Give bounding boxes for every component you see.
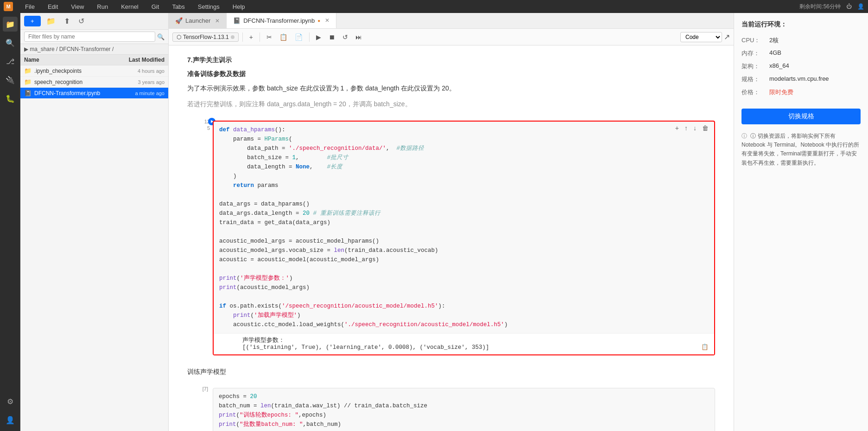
activity-account[interactable]: 👤: [3, 412, 18, 427]
cell-7-code[interactable]: epochs = 20 batch_num = len(train_data.w…: [213, 388, 715, 431]
file-list: 📁 .ipynb_checkpoints 4 hours ago 📁 speec…: [20, 65, 168, 431]
code-cell-12[interactable]: + ↑ ↓ 🗑 def data_hparams(): params = HPa…: [213, 121, 715, 355]
modified-time: 3 years ago: [118, 79, 165, 85]
notebook-icon: 📓: [24, 90, 32, 96]
tab-close-notebook[interactable]: ✕: [325, 17, 329, 24]
folder-icon: 📁: [24, 78, 32, 85]
cpu-label: CPU：: [741, 36, 769, 45]
arch-row: 架构： x86_64: [741, 62, 861, 71]
new-button[interactable]: +: [24, 16, 41, 26]
right-panel: 当前运行环境： CPU： 2核 内存： 4GB 架构： x86_64 规格： m…: [734, 13, 868, 431]
file-item-notebook[interactable]: 📓 DFCNN-Transformer.ipynb a minute ago: [20, 88, 168, 99]
menu-tabs[interactable]: Tabs: [169, 2, 187, 11]
menu-settings[interactable]: Settings: [195, 2, 222, 11]
menu-run[interactable]: Run: [94, 2, 111, 11]
menu-right: 剩余时间:56分钟 ⏻ 👤: [799, 3, 864, 11]
launcher-icon: 🚀: [175, 17, 183, 24]
modified-time: a minute ago: [118, 90, 165, 96]
breadcrumb: ▶ ma_share / DFCNN-Transformer /: [20, 44, 168, 55]
cell-7-gutter: [7]: [187, 382, 213, 392]
tab-close-launcher[interactable]: ✕: [215, 18, 220, 24]
section-subtitle: 准备训练参数及数据: [187, 69, 715, 79]
arch-label: 架构：: [741, 62, 769, 71]
cpu-value: 2核: [769, 36, 779, 45]
sidebar: + 📁 ⬆ ↺ 🔍 ▶ ma_share / DFCNN-Transformer…: [20, 13, 169, 431]
power-icon[interactable]: ⏻: [846, 3, 852, 10]
price-value: 限时免费: [769, 88, 793, 96]
switch-spec-button[interactable]: 切换规格: [741, 109, 861, 124]
copy-output-icon[interactable]: 📋: [701, 343, 709, 351]
activity-files[interactable]: 📁: [3, 17, 18, 32]
search-input[interactable]: [24, 32, 155, 42]
share-btn[interactable]: ↗: [724, 32, 730, 41]
cell-gutter: 12 ▶ 5: [187, 115, 213, 131]
file-name: .ipynb_checkpoints: [34, 68, 118, 74]
activity-search[interactable]: 🔍: [3, 35, 18, 50]
cell-12-code[interactable]: def data_hparams(): params = HParams( da…: [214, 122, 714, 333]
run-cell-btn[interactable]: ▶: [313, 32, 324, 42]
paste-cell-btn[interactable]: 📄: [292, 32, 305, 42]
spec-label: 规格：: [741, 75, 769, 84]
notice-text: ⓘ ⓘ 切换资源后，将影响实例下所有 Notebook 与 Terminal。N…: [741, 132, 861, 167]
menu-file[interactable]: File: [22, 2, 38, 11]
activity-extensions[interactable]: 🔌: [3, 72, 18, 87]
spec-row: 规格： modelarts.vm.cpu.free: [741, 75, 861, 84]
file-name: DFCNN-Transformer.ipynb: [34, 90, 118, 96]
kernel-badge: ⬡ TensorFlow-1.13.1: [172, 32, 239, 42]
move-down-btn[interactable]: ↓: [691, 123, 698, 133]
output-text-label: 声学模型参数：: [242, 336, 709, 344]
kernel-icon: ⬡: [177, 34, 181, 40]
app-logo: M: [4, 2, 13, 11]
delete-cell-btn[interactable]: 🗑: [700, 123, 710, 133]
menu-git[interactable]: Git: [149, 2, 162, 11]
tab-launcher[interactable]: 🚀 Launcher ✕: [169, 13, 227, 29]
search-bar: 🔍: [20, 30, 168, 44]
move-up-btn[interactable]: ↑: [683, 123, 690, 133]
file-item-checkpoints[interactable]: 📁 .ipynb_checkpoints 4 hours ago: [20, 65, 168, 77]
activity-debug[interactable]: 🐛: [3, 91, 18, 106]
price-label: 价格：: [741, 88, 769, 96]
restart-kernel-btn[interactable]: ↺: [340, 32, 351, 42]
notebook-content[interactable]: 7.声学关主训示 准备训练参数及数据 为了本示例演示效果，参数 batch_si…: [169, 45, 734, 431]
notebook-tab-icon: 📓: [233, 17, 241, 24]
copy-cell-btn[interactable]: 📋: [277, 32, 290, 42]
tab-label: Launcher: [185, 17, 210, 24]
toolbar-separator-2: [260, 32, 260, 42]
mem-label: 内存：: [741, 49, 769, 58]
section-desc-1: 为了本示例演示效果，参数 batch_size 在此仅设置为 1，参数 data…: [187, 83, 715, 93]
run-all-btn[interactable]: ⏭: [353, 32, 365, 42]
timer-display: 剩余时间:56分钟: [799, 3, 841, 11]
modified-time: 4 hours ago: [118, 68, 165, 74]
folder-icon-btn[interactable]: 📁: [44, 16, 58, 26]
menu-edit[interactable]: Edit: [45, 2, 61, 11]
refresh-icon-btn[interactable]: ↺: [76, 16, 87, 26]
tab-notebook[interactable]: 📓 DFCNN-Transformer.ipynb ● ✕: [227, 13, 336, 29]
search-icon: 🔍: [157, 33, 165, 40]
cell-12-output: 声学模型参数： [('is_training', True), ('learni…: [214, 333, 714, 354]
price-row: 价格： 限时免费: [741, 88, 861, 96]
file-item-speech[interactable]: 📁 speech_recognition 3 years ago: [20, 77, 168, 88]
user-icon[interactable]: 👤: [857, 3, 864, 10]
activity-settings[interactable]: ⚙: [3, 394, 18, 409]
toolbar-separator-1: [242, 32, 243, 42]
add-above-btn[interactable]: +: [673, 123, 681, 133]
name-column-header: Name: [24, 57, 104, 63]
cell-type-select[interactable]: Code Markdown Raw: [680, 32, 722, 42]
add-cell-btn[interactable]: +: [247, 32, 256, 42]
section-title: 7.声学关主训示: [187, 55, 715, 65]
file-list-header: Name Last Modified: [20, 55, 168, 65]
notebook-toolbar: ⬡ TensorFlow-1.13.1 + ✂ 📋 📄 ▶ ⏹ ↺ ⏭ Code…: [169, 29, 734, 45]
upload-icon-btn[interactable]: ⬆: [61, 16, 73, 26]
cut-cell-btn[interactable]: ✂: [264, 32, 275, 42]
toolbar-separator-3: [309, 32, 310, 42]
activity-git[interactable]: ⎇: [3, 54, 18, 69]
kernel-name: TensorFlow-1.13.1: [183, 34, 229, 40]
stop-cell-btn[interactable]: ⏹: [326, 32, 338, 42]
file-name: speech_recognition: [34, 79, 118, 85]
menu-view[interactable]: View: [68, 2, 87, 11]
unsaved-indicator: ●: [317, 18, 320, 23]
tab-bar: 🚀 Launcher ✕ 📓 DFCNN-Transformer.ipynb ●…: [169, 13, 734, 29]
menu-kernel[interactable]: Kernel: [118, 2, 141, 11]
code-cell-7[interactable]: epochs = 20 batch_num = len(train_data.w…: [213, 388, 715, 431]
menu-help[interactable]: Help: [230, 2, 248, 11]
